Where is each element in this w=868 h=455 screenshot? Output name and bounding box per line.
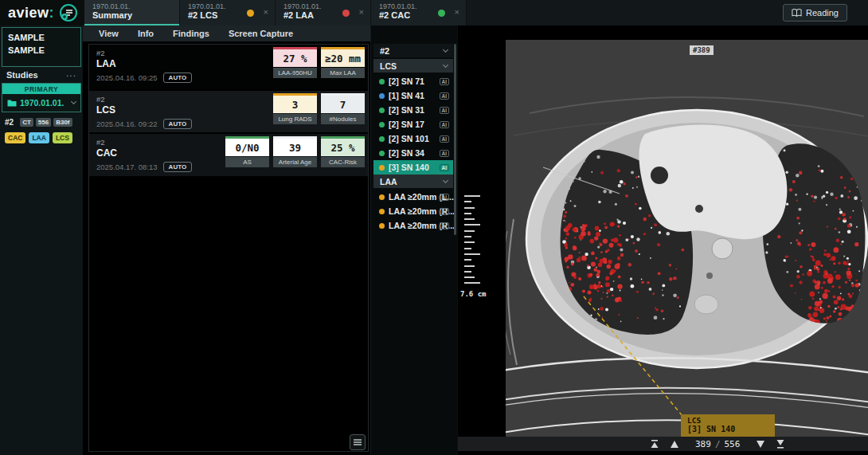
ai-badge: AI xyxy=(440,135,450,143)
finding-dot-icon xyxy=(379,122,385,127)
finding-label: [3] SN 140 xyxy=(389,163,429,172)
status-dot-icon xyxy=(342,10,350,17)
close-icon[interactable]: × xyxy=(455,6,459,18)
ruler-tick xyxy=(464,265,475,267)
finding-item-2-sn-71[interactable]: [2] SN 71AI xyxy=(373,74,453,88)
metric-label: AS xyxy=(225,157,269,167)
ct-viewer: #389 7.6 cm LCS [3] SN 140 xyxy=(458,25,868,455)
module-badge-lcs[interactable]: LCS xyxy=(53,132,72,143)
close-icon[interactable]: × xyxy=(359,6,364,18)
finding-dot-icon xyxy=(379,79,385,84)
slice-current: 389 xyxy=(695,439,711,449)
ct-bronchus xyxy=(651,167,668,184)
metric-arterial-age: 39Arterial Age xyxy=(273,136,317,167)
group-select-laa[interactable]: LAA xyxy=(373,175,453,188)
ruler-tick xyxy=(464,207,475,209)
ruler-tick xyxy=(464,236,471,237)
finding-label: [2] SN 31 xyxy=(389,105,424,115)
chevron-down-icon xyxy=(71,99,76,104)
menu-screen-capture[interactable]: Screen Capture xyxy=(219,29,303,38)
tab-title: #2 LAA xyxy=(283,10,370,20)
triangle-up-icon xyxy=(670,441,679,448)
prev-slice-button[interactable] xyxy=(669,438,680,449)
auto-badge: AUTO xyxy=(163,162,193,172)
ruler-tick xyxy=(464,241,475,243)
finding-item-2-sn-101[interactable]: [2] SN 101AI xyxy=(373,131,453,146)
ct-image[interactable] xyxy=(506,40,868,437)
finding-item-laa-20mm-r[interactable]: LAA ≥20mm (R...AI xyxy=(373,218,453,233)
series-row[interactable]: #2 CT556B30f xyxy=(0,118,83,127)
card-metrics: 27 %LAA-950HU≥20 mmMax LAA xyxy=(273,47,365,78)
tab-2-lcs[interactable]: 1970.01.01.#2 LCS× xyxy=(180,0,275,25)
metric-lung-rads: 3Lung RADS xyxy=(273,93,317,124)
tab-2-laa[interactable]: 1970.01.01.#2 LAA× xyxy=(276,0,370,25)
slice-nav-controls: 389/556 xyxy=(649,438,786,449)
ruler-tick xyxy=(464,253,480,255)
metric-value: 3 xyxy=(273,93,317,113)
book-icon xyxy=(792,8,802,18)
first-slice-button[interactable] xyxy=(649,438,660,449)
next-slice-button[interactable] xyxy=(755,438,766,449)
skip-to-first-icon xyxy=(650,440,659,449)
module-badge-cac[interactable]: CAC xyxy=(5,132,25,143)
finding-item-2-sn-17[interactable]: [2] SN 17AI xyxy=(373,117,453,131)
metric-cac-risk: 25 %CAC-Risk xyxy=(321,136,365,167)
ruler-tick xyxy=(464,259,471,261)
slice-counter[interactable]: 389/556 xyxy=(695,439,740,449)
study-date-row[interactable]: 1970.01.01. xyxy=(2,94,80,112)
finding-item-2-sn-34[interactable]: [2] SN 34AI xyxy=(373,146,453,160)
finding-item-laa-20mm-r[interactable]: LAA ≥20mm (R...AI xyxy=(373,204,453,218)
layout-list-button[interactable] xyxy=(350,434,366,450)
ai-badge: AI xyxy=(440,78,450,85)
group-select-lcs[interactable]: LCS xyxy=(373,59,453,73)
menu-info[interactable]: Info xyxy=(128,29,163,38)
auto-badge: AUTO xyxy=(163,73,193,83)
metric-max-laa: ≥20 mmMax LAA xyxy=(321,47,365,78)
finding-item-3-sn-140[interactable]: [3] SN 140AI xyxy=(373,160,453,175)
card-metrics: 3Lung RADS7#Nodules xyxy=(273,93,365,124)
studies-header: Studies ... xyxy=(0,70,83,81)
module-badge-laa[interactable]: LAA xyxy=(29,132,49,143)
finding-item-1-sn-41[interactable]: [1] SN 41AI xyxy=(373,88,453,103)
finding-label: [2] SN 101 xyxy=(389,134,429,143)
auto-badge: AUTO xyxy=(163,119,193,129)
tab-summary[interactable]: 1970.01.01.Summary xyxy=(84,0,179,25)
summary-card-laa[interactable]: #2LAA2025.04.16. 09:25AUTO27 %LAA-950HU≥… xyxy=(89,45,368,89)
tab-2-cac[interactable]: 1970.01.01.#2 CAC× xyxy=(371,0,466,25)
findings-scrollbar[interactable] xyxy=(454,44,456,235)
chevron-down-icon xyxy=(443,61,448,67)
card-datetime: 2025.04.16. 09:22 xyxy=(96,120,158,128)
ai-badge: AI xyxy=(440,208,450,215)
series-select[interactable]: #2 xyxy=(373,44,453,57)
reading-button[interactable]: Reading xyxy=(783,4,847,22)
close-icon[interactable]: × xyxy=(264,6,268,18)
findings-panel: #2LCS[2] SN 71AI[1] SN 41AI[2] SN 31AI[2… xyxy=(370,25,457,455)
slice-navbar: 389/556 xyxy=(458,437,868,451)
study-card[interactable]: PRIMARY 1970.01.01. xyxy=(2,83,81,112)
summary-menubar: ViewInfoFindingsScreen Capture xyxy=(83,25,370,41)
last-slice-button[interactable] xyxy=(775,438,786,449)
summary-panel: ViewInfoFindingsScreen Capture #2LAA2025… xyxy=(83,25,370,455)
summary-card-lcs[interactable]: #2LCS2025.04.16. 09:22AUTO3Lung RADS7#No… xyxy=(89,91,368,132)
metric-label: CAC-Risk xyxy=(321,157,365,167)
primary-badge: PRIMARY xyxy=(2,84,80,94)
menu-view[interactable]: View xyxy=(89,29,128,38)
patient-box[interactable]: SAMPLE SAMPLE xyxy=(2,27,81,67)
studies-menu-icon[interactable]: ... xyxy=(66,68,76,79)
metric-nodules: 7#Nodules xyxy=(321,93,365,124)
ruler-tick xyxy=(464,248,471,249)
logo-colon: : xyxy=(49,5,54,22)
card-datetime: 2025.04.16. 09:25 xyxy=(96,73,158,82)
metric-value: 7 xyxy=(321,93,365,113)
study-date: 1970.01.01. xyxy=(20,98,68,108)
menu-findings[interactable]: Findings xyxy=(163,29,219,38)
series-id: #2 xyxy=(5,118,14,127)
finding-item-2-sn-31[interactable]: [2] SN 31AI xyxy=(373,103,453,117)
summary-cards: #2LAA2025.04.16. 09:25AUTO27 %LAA-950HU≥… xyxy=(89,45,368,176)
tab-date: 1970.01.01. xyxy=(283,2,370,10)
summary-card-cac[interactable]: #2CAC2025.04.17. 08:13AUTO0/N0AS39Arteri… xyxy=(89,134,368,176)
metric-label: Lung RADS xyxy=(273,114,317,124)
tab-title: #2 LCS xyxy=(188,10,275,20)
annotation-tooltip[interactable]: LCS [3] SN 140 xyxy=(681,414,775,437)
finding-item-laa-20mm-l[interactable]: LAA ≥20mm (L...AI xyxy=(373,190,453,204)
